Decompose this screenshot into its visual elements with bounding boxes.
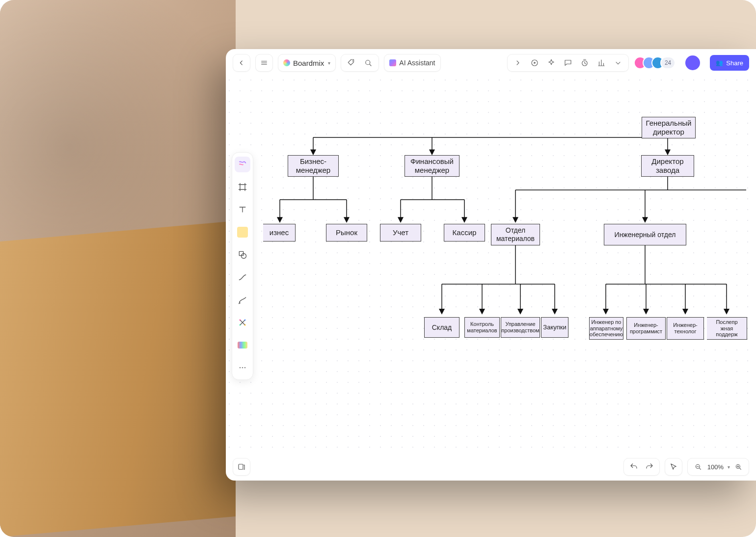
share-button[interactable]: 👥 Share [710,55,749,71]
document-title: Boardmix [293,59,324,67]
org-node-plant-director[interactable]: Директор завода [641,155,694,177]
play-icon[interactable] [527,55,542,70]
comment-icon[interactable] [561,55,575,70]
search-cluster [341,54,379,72]
canvas[interactable]: Генеральный директор Бизнес- менеджер Фи… [226,77,756,453]
present-cluster [507,54,629,72]
pages-panel-button[interactable] [233,458,250,476]
org-node-fin-a[interactable]: Учет [380,224,421,242]
tag-icon[interactable] [344,55,359,70]
tool-more[interactable] [235,360,250,376]
svg-point-12 [244,367,246,369]
org-node-fin-b[interactable]: Кассир [444,224,485,242]
org-node-prod-mgmt[interactable]: Управление производством [501,317,540,338]
zoom-percentage[interactable]: 100% [706,463,725,471]
tool-frame[interactable] [235,179,250,195]
tool-mindmap[interactable] [235,315,250,330]
svg-rect-13 [239,464,243,470]
org-node-biz-b[interactable]: Рынок [326,224,367,242]
org-node-biz-manager[interactable]: Бизнес- менеджер [288,155,339,177]
tool-sticky-note[interactable] [235,224,250,240]
svg-point-10 [240,367,241,369]
palette-icon [238,342,247,349]
org-node-after-sales[interactable]: Послепр жная поддерж [707,317,747,340]
vote-icon[interactable] [594,55,609,70]
zoom-control: 100% ▾ [687,458,749,476]
zoom-in-button[interactable] [732,460,745,473]
sparkle-icon[interactable] [544,55,559,70]
top-toolbar: Boardmix ▾ AI Assistant [226,49,756,77]
chevron-down-icon[interactable]: ▾ [728,464,730,470]
svg-point-0 [352,60,353,61]
org-node-materials[interactable]: Отдел материалов [491,224,540,245]
timer-icon[interactable] [577,55,592,70]
org-node-root[interactable]: Генеральный директор [642,117,696,138]
tool-templates[interactable] [235,157,250,172]
zoom-out-button[interactable] [692,460,704,473]
search-icon[interactable] [361,55,376,70]
svg-point-11 [242,367,243,369]
org-node-warehouse[interactable]: Склад [424,317,459,338]
cursor-mode-button[interactable] [665,458,682,476]
svg-point-1 [366,60,370,65]
share-icon: 👥 [716,59,723,66]
undo-button[interactable] [627,460,641,474]
tool-connector[interactable] [235,269,250,285]
svg-point-5 [242,254,246,259]
tool-shape[interactable] [235,247,250,263]
tool-pen[interactable] [235,292,250,308]
org-node-fin-manager[interactable]: Финансовый менеджер [405,155,459,177]
tool-text[interactable] [235,202,250,217]
presence-avatars[interactable]: 24 [634,56,675,69]
org-node-hw-eng[interactable]: Инженер по аппаратному обеспечению [589,317,623,340]
org-node-engineering[interactable]: Инженерный отдел [604,224,686,245]
bottom-toolbar: 100% ▾ [226,453,756,481]
more-chevron-icon[interactable] [611,55,625,70]
tool-rail [232,152,253,380]
tool-table[interactable] [235,337,250,353]
current-user-avatar[interactable] [685,55,700,70]
chevron-down-icon: ▾ [328,60,330,66]
menu-button[interactable] [255,54,273,72]
org-node-proc-eng[interactable]: Инженер- технолог [667,317,704,340]
ai-icon [389,59,396,66]
document-title-chip[interactable]: Boardmix ▾ [278,54,336,72]
presence-count: 24 [660,56,675,69]
share-label: Share [726,59,743,67]
cloud-icon [283,59,290,66]
org-node-purchasing[interactable]: Закупки [541,317,568,338]
sticky-icon [237,227,248,238]
history-group [623,458,660,476]
app-window: Boardmix ▾ AI Assistant [226,49,756,481]
org-node-sw-eng[interactable]: Инженер- программист [626,317,666,340]
ai-assistant-button[interactable]: AI Assistant [384,54,440,72]
redo-button[interactable] [643,460,656,474]
chevron-right-icon[interactable] [511,55,525,70]
back-button[interactable] [233,54,250,72]
ai-label: AI Assistant [399,59,435,67]
org-node-mat-control[interactable]: Контроль материалов [464,317,500,338]
marketing-photo [0,0,236,537]
org-node-biz-a[interactable]: изнес [263,224,296,242]
